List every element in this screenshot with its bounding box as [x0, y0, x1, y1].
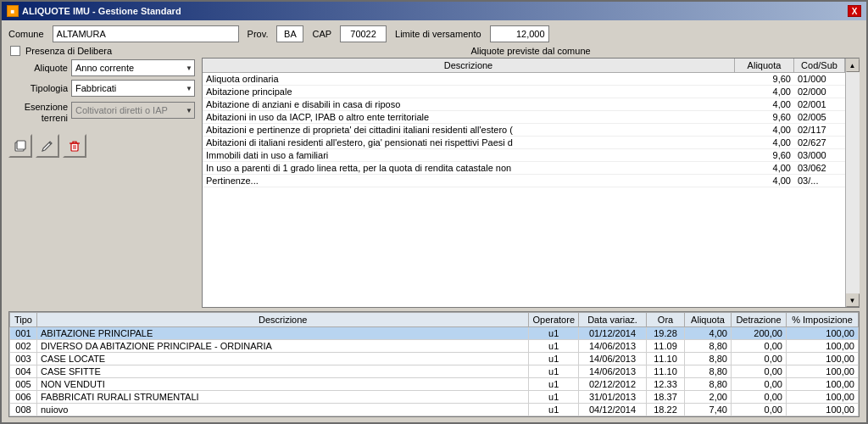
- table-cell: 8,80: [685, 340, 732, 353]
- action-buttons: [8, 134, 195, 158]
- cap-input[interactable]: [340, 25, 387, 42]
- prov-input[interactable]: [276, 25, 303, 42]
- aliquote-row[interactable]: Abitazione di anziani e disabili in casa…: [203, 98, 845, 111]
- table-row[interactable]: 005NON VENDUTIu102/12/201212.338,800,001…: [10, 378, 859, 391]
- table-cell: u1: [529, 378, 579, 391]
- prov-label: Prov.: [248, 29, 269, 39]
- table-cell: 0,00: [732, 391, 787, 404]
- table-cell: 02/12/2012: [579, 378, 647, 391]
- aliquote-desc: Abitazioni in uso da IACP, IPAB o altro …: [203, 111, 735, 123]
- scroll-down-btn[interactable]: ▼: [846, 293, 860, 307]
- aliquote-desc: Abitazioni e pertinenze di proprieta' de…: [203, 124, 735, 136]
- table-cell: 14/06/2013: [579, 353, 647, 365]
- tipologia-label: Tipologia: [8, 83, 68, 93]
- table-row[interactable]: 006FABBRICATI RURALI STRUMENTALIu131/01/…: [10, 391, 859, 404]
- table-cell: u1: [529, 365, 579, 378]
- table-cell: 12.33: [647, 378, 685, 391]
- aliquote-row[interactable]: Immobili dati in uso a familiari 9,60 03…: [203, 149, 845, 162]
- top-row: Comune Prov. CAP Limite di versamento: [8, 25, 860, 42]
- esenzione-value: Coltivatori diretti o IAP: [75, 105, 168, 115]
- esenzione-select[interactable]: Coltivatori diretti o IAP ▼: [71, 102, 195, 119]
- table-cell: CASE LOCATE: [37, 353, 529, 365]
- close-button[interactable]: X: [848, 5, 861, 17]
- table-cell: 14/06/2013: [579, 340, 647, 353]
- table-cell: u1: [529, 404, 579, 416]
- delibera-row: Presenza di Delibera: [8, 46, 195, 56]
- esenzione-arrow: ▼: [186, 107, 192, 114]
- table-cell: 8,80: [685, 365, 732, 378]
- table-cell: 001: [10, 327, 37, 340]
- table-cell: 8,80: [685, 353, 732, 365]
- aliquote-arrow: ▼: [186, 64, 192, 72]
- table-cell: 0,00: [732, 404, 787, 416]
- table-cell: 01/12/2014: [579, 327, 647, 340]
- main-content: Comune Prov. CAP Limite di versamento Pr…: [2, 20, 866, 422]
- table-cell: 100,00: [787, 404, 859, 416]
- delete-button[interactable]: [63, 134, 86, 158]
- limite-input[interactable]: [490, 25, 549, 42]
- data-table: TipoDescrizioneOperatoreData variaz.OraA…: [9, 312, 859, 416]
- scroll-track: [846, 72, 860, 293]
- aliquote-row[interactable]: In uso a parenti di 1 grado linea retta,…: [203, 162, 845, 175]
- data-table-wrap: TipoDescrizioneOperatoreData variaz.OraA…: [8, 311, 860, 417]
- aliquote-desc: Pertinenze...: [203, 175, 735, 187]
- aliquote-row[interactable]: Abitazioni e pertinenze di proprieta' de…: [203, 124, 845, 137]
- aliquote-row[interactable]: Pertinenze... 4,00 03/...: [203, 175, 845, 187]
- table-cell: DIVERSO DA ABITAZIONE PRINCIPALE - ORDIN…: [37, 340, 529, 353]
- tipologia-value: Fabbricati: [75, 83, 116, 93]
- table-row[interactable]: 004CASE SFITTEu114/06/201311.108,800,001…: [10, 365, 859, 378]
- col-aliq-header: Aliquota: [735, 59, 794, 72]
- right-panel: Aliquote previste dal comune Descrizione…: [202, 46, 860, 308]
- scroll-up-btn[interactable]: ▲: [846, 59, 860, 72]
- aliquote-aliq: 4,00: [735, 124, 794, 136]
- edit-button[interactable]: [36, 134, 59, 158]
- aliquote-desc: In uso a parenti di 1 grado linea retta,…: [203, 162, 735, 174]
- aliquote-scrollbar[interactable]: ▲ ▼: [845, 59, 859, 307]
- title-bar-left: ■ ALIQUOTE IMU - Gestione Standard: [7, 5, 181, 17]
- col-cod-header: Cod/Sub: [794, 59, 845, 72]
- table-cell: 100,00: [787, 353, 859, 365]
- table-cell: 100,00: [787, 327, 859, 340]
- aliquote-cod: 03/062: [794, 162, 845, 174]
- aliquote-cod: 02/627: [794, 137, 845, 148]
- table-row[interactable]: 003CASE LOCATEu114/06/201311.108,800,001…: [10, 353, 859, 365]
- table-cell: 100,00: [787, 340, 859, 353]
- main-window: ■ ALIQUOTE IMU - Gestione Standard X Com…: [0, 0, 868, 424]
- aliquote-select[interactable]: Anno corrente ▼: [71, 59, 195, 76]
- table-cell: 0,00: [732, 340, 787, 353]
- comune-input[interactable]: [53, 25, 239, 42]
- table-cell: 31/01/2013: [579, 391, 647, 404]
- table-col-header: Data variaz.: [579, 313, 647, 327]
- tipologia-select[interactable]: Fabbricati ▼: [71, 80, 195, 97]
- aliquote-row[interactable]: Abitazioni in uso da IACP, IPAB o altro …: [203, 111, 845, 124]
- middle-section: Presenza di Delibera Aliquote Anno corre…: [8, 46, 860, 308]
- aliquote-row[interactable]: Aliquota ordinaria 9,60 01/000: [203, 73, 845, 86]
- esenzione-label: Esenzioneterreni: [8, 102, 68, 124]
- aliquote-aliq: 4,00: [735, 137, 794, 148]
- copy-button[interactable]: [8, 134, 32, 158]
- aliquote-desc: Abitazione di anziani e disabili in casa…: [203, 98, 735, 110]
- table-cell: 003: [10, 353, 37, 365]
- window-title: ALIQUOTE IMU - Gestione Standard: [22, 6, 181, 16]
- table-cell: 100,00: [787, 391, 859, 404]
- table-cell: 8,80: [685, 378, 732, 391]
- table-row[interactable]: 001ABITAZIONE PRINCIPALEu101/12/201419.2…: [10, 327, 859, 340]
- aliquote-aliq: 4,00: [735, 175, 794, 187]
- col-desc-header: Descrizione: [203, 59, 735, 72]
- tipologia-arrow: ▼: [186, 85, 192, 92]
- table-col-header: Operatore: [529, 313, 579, 327]
- aliquote-aliq: 4,00: [735, 162, 794, 174]
- table-col-header: Descrizione: [37, 313, 529, 327]
- table-row[interactable]: 002DIVERSO DA ABITAZIONE PRINCIPALE - OR…: [10, 340, 859, 353]
- table-cell: 04/12/2014: [579, 404, 647, 416]
- aliquote-row[interactable]: Abitazioni di italiani residenti all'est…: [203, 137, 845, 149]
- table-col-header: % Imposizione: [787, 313, 859, 327]
- tipologia-row: Tipologia Fabbricati ▼: [8, 80, 195, 97]
- aliquote-row[interactable]: Abitazione principale 4,00 02/000: [203, 86, 845, 98]
- table-cell: FABBRICATI RURALI STRUMENTALI: [37, 391, 529, 404]
- aliquote-row: Aliquote Anno corrente ▼: [8, 59, 195, 76]
- table-cell: NON VENDUTI: [37, 378, 529, 391]
- table-row[interactable]: 008nuiovou104/12/201418.227,400,00100,00: [10, 404, 859, 416]
- delibera-checkbox[interactable]: [10, 46, 20, 56]
- aliquote-rows[interactable]: Aliquota ordinaria 9,60 01/000 Abitazion…: [203, 73, 845, 307]
